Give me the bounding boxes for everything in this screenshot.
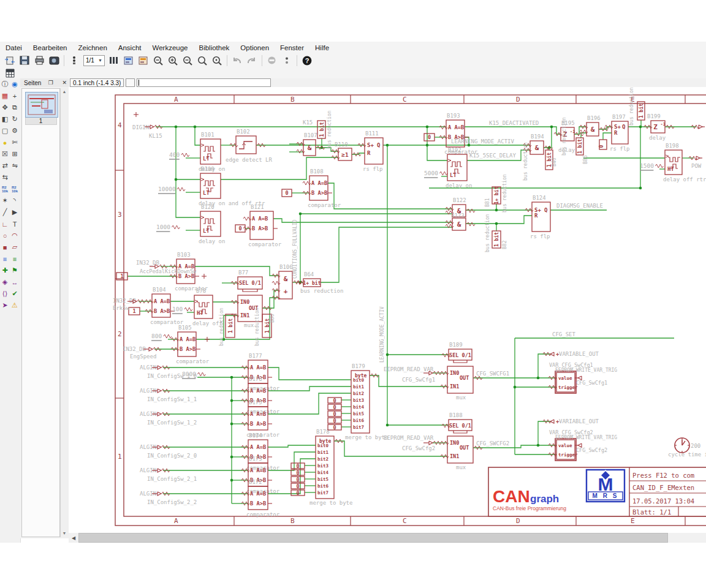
tool-invoke-icon[interactable]: ▶ — [10, 206, 20, 218]
horizontal-scrollbar[interactable]: ◀ — [69, 533, 706, 543]
block-vt[interactable]: valuetrigger — [548, 439, 578, 461]
block-B172[interactable]: B172comparatorA A=BB A>B — [241, 479, 280, 518]
label-cfg-swcfg1[interactable]: CFG_SwCfg1 — [402, 377, 435, 383]
label-bus-reduction[interactable]: bus reduction — [327, 110, 332, 149]
sheet-preview-blue-icon[interactable] — [122, 55, 135, 67]
block-b1v[interactable]: 1 bit — [576, 138, 583, 155]
label-in-configsw-2-1[interactable]: IN_ConfigSw_2_1 — [147, 476, 197, 482]
scroll-left-icon[interactable]: ◀ — [69, 535, 78, 541]
status-dots-icon[interactable] — [280, 55, 294, 67]
block-b1v[interactable]: 1 bit — [317, 121, 325, 138]
import-export-icon[interactable] — [3, 55, 17, 67]
tool-move-icon[interactable]: ✥ — [0, 102, 10, 113]
block-B189[interactable]: B189SEL 0/1 — [442, 342, 472, 363]
grid-icon[interactable] — [3, 67, 17, 79]
label-cfg-set[interactable]: CFG_SET — [552, 331, 576, 337]
zoom-out-icon[interactable] — [181, 55, 194, 67]
wire[interactable] — [195, 127, 200, 145]
block-b1v[interactable]: 1+ bit — [492, 186, 501, 204]
tool-net-icon[interactable]: ≡ — [10, 253, 20, 265]
scroll-up-icon[interactable]: ▲ — [61, 88, 68, 96]
schematic-canvas[interactable]: AABBCCDDEE4321B101delay onLTB102edge det… — [69, 87, 706, 533]
menu-datei[interactable]: Datei — [0, 43, 28, 53]
tool-eye-icon[interactable]: ◉ — [10, 78, 20, 90]
label-eeprom-read-var[interactable]: EEPROM_READ_VAR — [384, 435, 434, 441]
tool-add-icon[interactable]: ⊞ — [10, 148, 20, 160]
label-200[interactable]: 200 — [691, 443, 700, 449]
label-bus-reduction[interactable]: bus reduction — [219, 307, 224, 346]
label-in-configsw-1-1[interactable]: IN_ConfigSw_1_1 — [147, 396, 197, 402]
close-panel-icon[interactable]: ✕ — [60, 80, 69, 86]
label-engspeed[interactable]: EngSpeed — [130, 353, 156, 360]
label-conditions-fullvalid[interactable]: CONDITIONS_FULLVALID — [292, 219, 298, 279]
label-bus-reduction[interactable]: bus reduction — [502, 174, 507, 213]
tool-pinswap-icon[interactable]: ⇄ — [0, 160, 10, 172]
block-B120[interactable]: B120delay onLT — [199, 204, 225, 244]
sheet-preview-orange-icon[interactable] — [137, 55, 150, 67]
label-variable-out[interactable]: VARIABLE_OUT — [559, 351, 599, 357]
label-cfg-swcfg2[interactable]: CFG_SwCfg2 — [576, 447, 607, 453]
label-in32-db[interactable]: IN32_DB — [113, 298, 136, 304]
wire[interactable] — [466, 216, 532, 224]
tool-text-icon[interactable]: T — [10, 218, 20, 230]
block-B177[interactable]: B177comparatorA A=BB A>B — [241, 353, 280, 391]
label-bus-reduction[interactable]: bus reduction — [561, 117, 567, 156]
label-learning-mode-activ[interactable]: LEARNING_MODE_ACTIV — [451, 138, 515, 145]
block-B179[interactable]: B179merge to bytebytebit0bit1bit2bit3bit… — [345, 363, 388, 440]
block-vt[interactable]: valuetrigger — [548, 371, 578, 393]
tool-errors-icon[interactable]: ➤ — [0, 300, 10, 311]
wire[interactable] — [321, 227, 452, 282]
tool-display-layers-icon[interactable]: ▦ — [0, 90, 10, 102]
menu-werkzeuge[interactable]: Werkzeuge — [147, 43, 194, 53]
tool-attribute-icon[interactable]: ◈ — [0, 276, 10, 288]
label-k15-deactivated[interactable]: K15_DEACTIVATED — [489, 120, 539, 126]
label-eeprom-read-var[interactable]: EEPROM_READ_VAR — [384, 366, 434, 372]
tool-dimension-icon[interactable]: ↔ — [10, 276, 20, 288]
block-B174[interactable]: B174comparatorA A=BB A>B — [241, 432, 280, 471]
tool-group-icon[interactable]: ▢ — [0, 125, 10, 137]
tool-mark-icon[interactable]: + — [10, 90, 20, 102]
tool-smash-icon[interactable]: ✶ — [0, 195, 10, 206]
block-B77[interactable]: B77SEL 0/1 — [231, 270, 262, 292]
wire[interactable] — [328, 183, 452, 209]
tool-miter-icon[interactable]: ◝ — [10, 195, 20, 206]
parameter-values[interactable]: 400100001000100800500080001500 — [151, 151, 663, 379]
redo-icon[interactable] — [245, 55, 259, 67]
label-cfg-swcfg1[interactable]: CFG_SWCFG1 — [476, 371, 509, 377]
wire[interactable] — [544, 127, 552, 148]
menu-hilfe[interactable]: Hilfe — [309, 43, 335, 53]
label-brksw[interactable]: BrkSw — [113, 305, 130, 311]
label-in-configsw-2-2[interactable]: IN_ConfigSw_2_2 — [147, 499, 197, 505]
label-b81[interactable]: B81 — [485, 198, 490, 207]
block-B176[interactable]: B176comparatorA A=BB A>B — [241, 376, 280, 415]
menu-fenster[interactable]: Fenster — [275, 43, 309, 53]
label-pow[interactable]: POW — [691, 163, 702, 169]
zoom-redraw-icon[interactable] — [195, 55, 209, 67]
label-b86[interactable]: B86 — [583, 155, 588, 164]
wire[interactable] — [268, 445, 316, 447]
label-b40[interactable]: B40 — [552, 157, 557, 167]
label-bus-reduction[interactable]: bus reduction — [523, 142, 528, 181]
zoom-select-icon[interactable] — [210, 55, 224, 67]
label-cfg-swcfg2[interactable]: CFG_SwCfg2 — [402, 445, 435, 451]
menu-ansicht[interactable]: Ansicht — [113, 43, 147, 53]
block-b1v[interactable]: 1 bit — [226, 314, 235, 337]
wire[interactable] — [427, 127, 447, 160]
tool-wire-icon[interactable]: ∟ — [0, 218, 10, 230]
label-in-configsw-1-0[interactable]: IN_ConfigSw_1_0 — [147, 373, 197, 379]
wire[interactable] — [262, 290, 279, 308]
tool-polygon-icon[interactable]: ▱ — [10, 241, 20, 253]
wire[interactable] — [603, 133, 612, 140]
label-variable-out[interactable]: VARIABLE_OUT — [559, 418, 599, 424]
tool-erc-icon[interactable]: ⟨⟩ — [0, 288, 10, 300]
zoom-fit-icon[interactable] — [151, 55, 165, 67]
tool-copy-icon[interactable]: ⧉ — [10, 102, 20, 113]
tool-replace-icon[interactable]: ⇋ — [10, 160, 20, 172]
wire[interactable] — [268, 386, 351, 391]
label-eeprom-write-var-trig[interactable]: EEPROM_WRITE_VAR_TRIG — [555, 435, 617, 440]
page-number[interactable]: 1 — [25, 118, 57, 125]
block-B124[interactable]: B124rs flpS+RQ — [525, 195, 550, 239]
wire[interactable] — [176, 127, 200, 217]
label-diagmsg-enable[interactable]: DIAGMSG_ENABLE — [556, 203, 603, 209]
block-B78[interactable]: B78delay offHT — [192, 288, 222, 326]
